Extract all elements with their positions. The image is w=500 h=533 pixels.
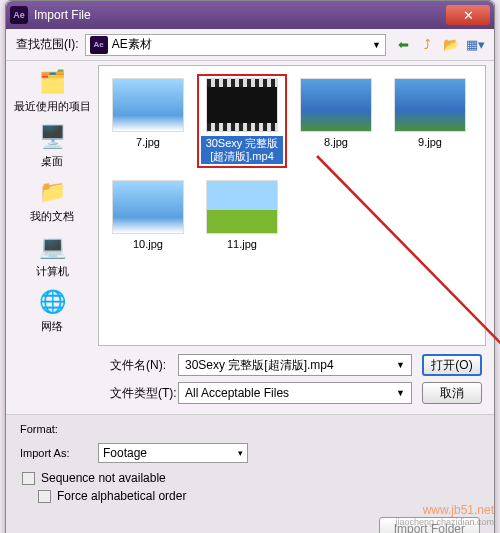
thumbnail xyxy=(394,78,466,132)
sidebar-item[interactable]: 💻计算机 xyxy=(8,232,96,279)
thumbnail xyxy=(112,180,184,234)
importas-label: Import As: xyxy=(20,447,98,459)
sidebar-item[interactable]: 🖥️桌面 xyxy=(8,122,96,169)
force-checkbox-row: Force alphabetical order xyxy=(38,489,480,503)
file-list[interactable]: 7.jpg30Sexy 完整版[超清版].mp48.jpg9.jpg10.jpg… xyxy=(98,65,486,346)
place-icon: 📁 xyxy=(35,177,69,207)
thumbnail xyxy=(300,78,372,132)
app-icon: Ae xyxy=(10,6,28,24)
places-sidebar: 🗂️最近使用的项目🖥️桌面📁我的文档💻计算机🌐网络 xyxy=(6,61,98,348)
sidebar-item[interactable]: 📁我的文档 xyxy=(8,177,96,224)
place-label: 计算机 xyxy=(36,264,69,279)
back-icon[interactable]: ⬅ xyxy=(394,36,412,54)
sidebar-item[interactable]: 🗂️最近使用的项目 xyxy=(8,67,96,114)
sequence-checkbox xyxy=(22,472,35,485)
close-button[interactable]: ✕ xyxy=(446,5,490,25)
file-name: 10.jpg xyxy=(133,238,163,251)
file-name: 7.jpg xyxy=(136,136,160,149)
format-label: Format: xyxy=(20,423,98,435)
folder-icon: Ae xyxy=(90,36,108,54)
chevron-down-icon: ▼ xyxy=(372,40,381,50)
window-title: Import File xyxy=(34,8,446,22)
lookin-toolbar: 查找范围(I): Ae AE素材 ▼ ⬅ ⤴ 📂 ▦▾ xyxy=(6,29,494,61)
file-item[interactable]: 10.jpg xyxy=(107,180,189,251)
lookin-label: 查找范围(I): xyxy=(16,36,79,53)
open-button[interactable]: 打开(O) xyxy=(422,354,482,376)
place-icon: 🌐 xyxy=(35,287,69,317)
lookin-combo[interactable]: Ae AE素材 ▼ xyxy=(85,34,386,56)
thumbnail xyxy=(206,180,278,234)
file-item[interactable]: 8.jpg xyxy=(295,78,377,164)
file-name: 30Sexy 完整版[超清版].mp4 xyxy=(201,136,283,164)
filetype-select[interactable]: All Acceptable Files▼ xyxy=(178,382,412,404)
lookin-value: AE素材 xyxy=(112,36,152,53)
place-label: 桌面 xyxy=(41,154,63,169)
file-item[interactable]: 7.jpg xyxy=(107,78,189,164)
file-item[interactable]: 30Sexy 完整版[超清版].mp4 xyxy=(201,78,283,164)
force-label: Force alphabetical order xyxy=(57,489,186,503)
place-label: 我的文档 xyxy=(30,209,74,224)
new-folder-icon[interactable]: 📂 xyxy=(442,36,460,54)
view-menu-icon[interactable]: ▦▾ xyxy=(466,36,484,54)
import-folder-button[interactable]: Import Folder xyxy=(379,517,480,533)
file-item[interactable]: 9.jpg xyxy=(389,78,471,164)
place-icon: 💻 xyxy=(35,232,69,262)
filename-label: 文件名(N): xyxy=(110,357,178,374)
titlebar: Ae Import File ✕ xyxy=(6,1,494,29)
place-label: 最近使用的项目 xyxy=(14,99,91,114)
filetype-label: 文件类型(T): xyxy=(110,385,178,402)
importas-select[interactable]: Footage▾ xyxy=(98,443,248,463)
sequence-checkbox-row: Sequence not available xyxy=(22,471,480,485)
file-name: 11.jpg xyxy=(227,238,257,251)
filename-input[interactable]: 30Sexy 完整版[超清版].mp4▼ xyxy=(178,354,412,376)
file-item[interactable]: 11.jpg xyxy=(201,180,283,251)
cancel-button[interactable]: 取消 xyxy=(422,382,482,404)
file-name: 9.jpg xyxy=(418,136,442,149)
thumbnail xyxy=(206,78,278,132)
place-icon: 🖥️ xyxy=(35,122,69,152)
force-checkbox[interactable] xyxy=(38,490,51,503)
up-icon[interactable]: ⤴ xyxy=(418,36,436,54)
sidebar-item[interactable]: 🌐网络 xyxy=(8,287,96,334)
sequence-label: Sequence not available xyxy=(41,471,166,485)
place-icon: 🗂️ xyxy=(35,67,69,97)
file-name: 8.jpg xyxy=(324,136,348,149)
place-label: 网络 xyxy=(41,319,63,334)
thumbnail xyxy=(112,78,184,132)
